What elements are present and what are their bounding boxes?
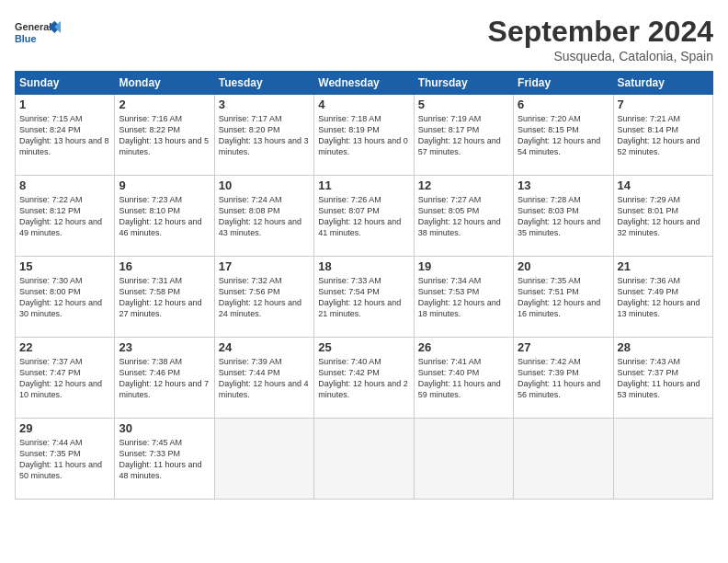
calendar-day-cell bbox=[314, 419, 414, 500]
day-number: 21 bbox=[618, 259, 709, 273]
day-info: Sunrise: 7:38 AMSunset: 7:46 PMDaylight:… bbox=[119, 357, 209, 399]
weekday-header: Tuesday bbox=[214, 72, 313, 95]
day-info: Sunrise: 7:40 AMSunset: 7:42 PMDaylight:… bbox=[318, 357, 408, 399]
weekday-header-row: SundayMondayTuesdayWednesdayThursdayFrid… bbox=[16, 72, 713, 95]
weekday-header: Friday bbox=[514, 72, 613, 95]
day-info: Sunrise: 7:16 AMSunset: 8:22 PMDaylight:… bbox=[119, 114, 209, 156]
day-number: 18 bbox=[318, 259, 409, 273]
day-info: Sunrise: 7:33 AMSunset: 7:54 PMDaylight:… bbox=[318, 276, 401, 318]
day-info: Sunrise: 7:29 AMSunset: 8:01 PMDaylight:… bbox=[618, 195, 700, 237]
svg-text:Blue: Blue bbox=[15, 33, 36, 44]
day-number: 4 bbox=[318, 98, 409, 111]
day-info: Sunrise: 7:17 AMSunset: 8:20 PMDaylight:… bbox=[219, 114, 309, 156]
calendar-day-cell: 12 Sunrise: 7:27 AMSunset: 8:05 PMDaylig… bbox=[414, 176, 513, 257]
calendar-day-cell: 4 Sunrise: 7:18 AMSunset: 8:19 PMDayligh… bbox=[314, 95, 414, 176]
calendar-day-cell: 18 Sunrise: 7:33 AMSunset: 7:54 PMDaylig… bbox=[314, 257, 414, 338]
calendar-day-cell: 23 Sunrise: 7:38 AMSunset: 7:46 PMDaylig… bbox=[115, 338, 214, 419]
day-info: Sunrise: 7:18 AMSunset: 8:19 PMDaylight:… bbox=[318, 114, 408, 156]
day-number: 17 bbox=[219, 259, 310, 273]
calendar-day-cell: 5 Sunrise: 7:19 AMSunset: 8:17 PMDayligh… bbox=[414, 95, 513, 176]
day-number: 19 bbox=[418, 259, 509, 273]
calendar-day-cell: 7 Sunrise: 7:21 AMSunset: 8:14 PMDayligh… bbox=[613, 95, 712, 176]
day-number: 14 bbox=[618, 178, 709, 192]
calendar-day-cell: 26 Sunrise: 7:41 AMSunset: 7:40 PMDaylig… bbox=[414, 338, 513, 419]
day-info: Sunrise: 7:24 AMSunset: 8:08 PMDaylight:… bbox=[219, 195, 301, 237]
day-number: 28 bbox=[618, 340, 709, 354]
calendar-week-row: 8 Sunrise: 7:22 AMSunset: 8:12 PMDayligh… bbox=[16, 176, 713, 257]
weekday-header: Saturday bbox=[613, 72, 712, 95]
svg-text:General: General bbox=[15, 21, 51, 32]
day-number: 23 bbox=[119, 340, 210, 354]
day-info: Sunrise: 7:35 AMSunset: 7:51 PMDaylight:… bbox=[518, 276, 600, 318]
day-info: Sunrise: 7:37 AMSunset: 7:47 PMDaylight:… bbox=[19, 357, 102, 399]
day-info: Sunrise: 7:19 AMSunset: 8:17 PMDaylight:… bbox=[418, 114, 501, 156]
calendar-day-cell bbox=[214, 419, 313, 500]
day-info: Sunrise: 7:39 AMSunset: 7:44 PMDaylight:… bbox=[219, 357, 309, 399]
calendar-day-cell: 15 Sunrise: 7:30 AMSunset: 8:00 PMDaylig… bbox=[16, 257, 115, 338]
calendar-day-cell: 27 Sunrise: 7:42 AMSunset: 7:39 PMDaylig… bbox=[514, 338, 613, 419]
day-number: 15 bbox=[19, 259, 110, 273]
calendar-day-cell: 9 Sunrise: 7:23 AMSunset: 8:10 PMDayligh… bbox=[115, 176, 214, 257]
day-number: 16 bbox=[119, 259, 210, 273]
weekday-header: Wednesday bbox=[314, 72, 414, 95]
calendar-day-cell: 6 Sunrise: 7:20 AMSunset: 8:15 PMDayligh… bbox=[514, 95, 613, 176]
day-number: 5 bbox=[418, 98, 509, 111]
weekday-header: Thursday bbox=[414, 72, 513, 95]
day-number: 1 bbox=[19, 98, 110, 111]
day-info: Sunrise: 7:31 AMSunset: 7:58 PMDaylight:… bbox=[119, 276, 201, 318]
day-info: Sunrise: 7:44 AMSunset: 7:35 PMDaylight:… bbox=[19, 438, 102, 480]
day-info: Sunrise: 7:28 AMSunset: 8:03 PMDaylight:… bbox=[518, 195, 600, 237]
day-info: Sunrise: 7:20 AMSunset: 8:15 PMDaylight:… bbox=[518, 114, 600, 156]
day-number: 30 bbox=[119, 421, 210, 435]
day-number: 22 bbox=[19, 340, 110, 354]
day-info: Sunrise: 7:42 AMSunset: 7:39 PMDaylight:… bbox=[518, 357, 600, 399]
day-info: Sunrise: 7:30 AMSunset: 8:00 PMDaylight:… bbox=[19, 276, 102, 318]
calendar-day-cell: 30 Sunrise: 7:45 AMSunset: 7:33 PMDaylig… bbox=[115, 419, 214, 500]
calendar-week-row: 1 Sunrise: 7:15 AMSunset: 8:24 PMDayligh… bbox=[16, 95, 713, 176]
weekday-header: Monday bbox=[115, 72, 214, 95]
day-number: 27 bbox=[518, 340, 609, 354]
calendar-day-cell: 14 Sunrise: 7:29 AMSunset: 8:01 PMDaylig… bbox=[613, 176, 712, 257]
calendar-table: SundayMondayTuesdayWednesdayThursdayFrid… bbox=[15, 71, 713, 500]
logo: General Blue bbox=[15, 15, 61, 52]
day-number: 20 bbox=[518, 259, 609, 273]
day-info: Sunrise: 7:22 AMSunset: 8:12 PMDaylight:… bbox=[19, 195, 102, 237]
day-info: Sunrise: 7:36 AMSunset: 7:49 PMDaylight:… bbox=[618, 276, 700, 318]
calendar-week-row: 15 Sunrise: 7:30 AMSunset: 8:00 PMDaylig… bbox=[16, 257, 713, 338]
calendar-day-cell: 10 Sunrise: 7:24 AMSunset: 8:08 PMDaylig… bbox=[214, 176, 313, 257]
day-info: Sunrise: 7:32 AMSunset: 7:56 PMDaylight:… bbox=[219, 276, 301, 318]
day-info: Sunrise: 7:26 AMSunset: 8:07 PMDaylight:… bbox=[318, 195, 401, 237]
day-number: 2 bbox=[119, 98, 210, 111]
calendar-day-cell: 1 Sunrise: 7:15 AMSunset: 8:24 PMDayligh… bbox=[16, 95, 115, 176]
calendar-day-cell: 16 Sunrise: 7:31 AMSunset: 7:58 PMDaylig… bbox=[115, 257, 214, 338]
calendar-day-cell: 2 Sunrise: 7:16 AMSunset: 8:22 PMDayligh… bbox=[115, 95, 214, 176]
page-header: General Blue September 2024 Susqueda, Ca… bbox=[15, 15, 713, 63]
day-number: 13 bbox=[518, 178, 609, 192]
day-number: 25 bbox=[318, 340, 409, 354]
day-number: 8 bbox=[19, 178, 110, 192]
day-info: Sunrise: 7:45 AMSunset: 7:33 PMDaylight:… bbox=[119, 438, 201, 480]
calendar-day-cell bbox=[613, 419, 712, 500]
day-number: 7 bbox=[618, 98, 709, 111]
calendar-week-row: 29 Sunrise: 7:44 AMSunset: 7:35 PMDaylig… bbox=[16, 419, 713, 500]
calendar-week-row: 22 Sunrise: 7:37 AMSunset: 7:47 PMDaylig… bbox=[16, 338, 713, 419]
day-number: 10 bbox=[219, 178, 310, 192]
calendar-day-cell: 25 Sunrise: 7:40 AMSunset: 7:42 PMDaylig… bbox=[314, 338, 414, 419]
calendar-day-cell: 19 Sunrise: 7:34 AMSunset: 7:53 PMDaylig… bbox=[414, 257, 513, 338]
day-info: Sunrise: 7:23 AMSunset: 8:10 PMDaylight:… bbox=[119, 195, 201, 237]
calendar-day-cell: 28 Sunrise: 7:43 AMSunset: 7:37 PMDaylig… bbox=[613, 338, 712, 419]
calendar-day-cell: 20 Sunrise: 7:35 AMSunset: 7:51 PMDaylig… bbox=[514, 257, 613, 338]
calendar-day-cell bbox=[514, 419, 613, 500]
day-number: 12 bbox=[418, 178, 509, 192]
calendar-day-cell: 3 Sunrise: 7:17 AMSunset: 8:20 PMDayligh… bbox=[214, 95, 313, 176]
calendar-day-cell: 24 Sunrise: 7:39 AMSunset: 7:44 PMDaylig… bbox=[214, 338, 313, 419]
calendar-day-cell: 17 Sunrise: 7:32 AMSunset: 7:56 PMDaylig… bbox=[214, 257, 313, 338]
day-number: 24 bbox=[219, 340, 310, 354]
calendar-day-cell: 8 Sunrise: 7:22 AMSunset: 8:12 PMDayligh… bbox=[16, 176, 115, 257]
calendar-day-cell bbox=[414, 419, 513, 500]
day-info: Sunrise: 7:43 AMSunset: 7:37 PMDaylight:… bbox=[618, 357, 700, 399]
day-number: 6 bbox=[518, 98, 609, 111]
month-title: September 2024 bbox=[488, 15, 713, 49]
day-number: 3 bbox=[219, 98, 310, 111]
calendar-day-cell: 22 Sunrise: 7:37 AMSunset: 7:47 PMDaylig… bbox=[16, 338, 115, 419]
